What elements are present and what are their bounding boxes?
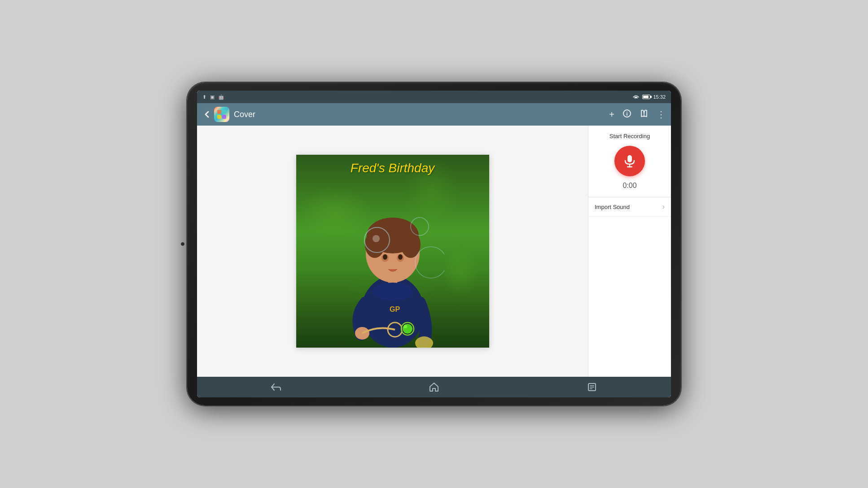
svg-point-28	[415, 247, 444, 278]
time-display: 15:32	[653, 94, 666, 100]
back-chevron-icon	[202, 110, 211, 119]
svg-rect-30	[627, 155, 632, 162]
svg-rect-34	[590, 385, 594, 386]
svg-point-17	[373, 283, 413, 301]
photo-container: Fred's Birthday	[296, 155, 489, 348]
svg-rect-36	[590, 388, 592, 389]
info-button[interactable]	[623, 109, 631, 120]
front-camera	[181, 242, 184, 246]
svg-rect-3	[217, 115, 221, 119]
photo-background: Fred's Birthday	[296, 155, 489, 348]
svg-text:GP: GP	[390, 305, 400, 313]
nav-actions: + ⋮	[609, 109, 666, 120]
svg-point-6	[627, 112, 627, 113]
status-right: 15:32	[632, 94, 666, 100]
home-nav-icon	[429, 382, 439, 392]
app-icon	[214, 107, 229, 122]
recents-nav-button[interactable]	[581, 379, 603, 395]
recording-time: 0:00	[623, 182, 636, 190]
import-sound-row[interactable]: Import Sound ›	[588, 197, 671, 217]
page-title: Cover	[234, 110, 609, 119]
photo-title: Fred's Birthday	[351, 161, 434, 175]
wifi-icon	[632, 94, 640, 100]
svg-rect-1	[217, 110, 221, 114]
svg-point-10	[365, 231, 385, 258]
chevron-right-icon: ›	[662, 203, 665, 211]
book-icon	[640, 109, 649, 118]
child-photo: GP	[341, 173, 444, 348]
svg-point-15	[398, 254, 403, 260]
svg-point-14	[383, 254, 387, 260]
tablet-screen: ⬆ ▣ 🤖 15:32	[197, 91, 671, 397]
status-bar: ⬆ ▣ 🤖 15:32	[197, 91, 671, 103]
right-panel: Start Recording 0:00 Import Sound	[588, 126, 671, 377]
home-nav-button[interactable]	[423, 379, 445, 395]
info-icon	[623, 109, 631, 118]
svg-rect-4	[222, 115, 226, 119]
clipboard-status-icon: ▣	[210, 94, 215, 100]
main-content: Fred's Birthday	[197, 126, 671, 377]
battery-icon	[642, 95, 650, 99]
microphone-icon	[623, 154, 636, 168]
back-nav-icon	[271, 383, 281, 391]
svg-point-23	[403, 325, 407, 328]
app-logo-icon	[216, 109, 227, 120]
photo-area: Fred's Birthday	[197, 126, 588, 377]
upload-status-icon: ⬆	[202, 94, 206, 100]
more-button[interactable]: ⋮	[657, 109, 666, 120]
add-button[interactable]: +	[609, 109, 614, 120]
import-sound-label: Import Sound	[595, 204, 662, 210]
android-status-icon: 🤖	[218, 94, 224, 100]
record-button[interactable]	[614, 146, 645, 176]
svg-point-26	[373, 235, 380, 242]
recording-section: Start Recording 0:00	[588, 126, 671, 197]
book-button[interactable]	[640, 109, 649, 120]
top-nav-bar: Cover + ⋮	[197, 103, 671, 126]
recents-nav-icon	[587, 383, 596, 392]
back-nav-button[interactable]	[265, 379, 287, 395]
bottom-nav	[197, 377, 671, 397]
svg-rect-35	[590, 387, 594, 388]
tablet-device: ⬆ ▣ 🤖 15:32	[187, 83, 681, 405]
back-button[interactable]	[202, 110, 211, 119]
recording-title: Start Recording	[609, 133, 650, 139]
status-left: ⬆ ▣ 🤖	[202, 94, 224, 100]
svg-rect-2	[222, 110, 226, 114]
